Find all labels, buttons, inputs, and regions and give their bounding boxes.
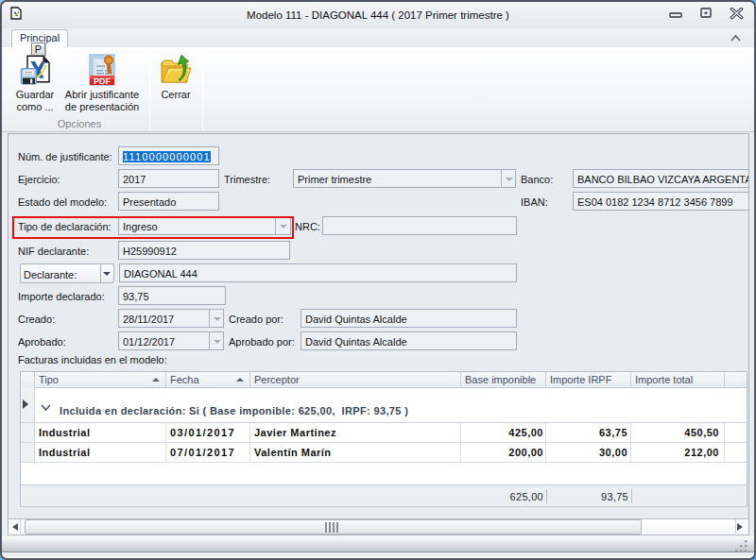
svg-text:PDF: PDF — [94, 76, 112, 86]
